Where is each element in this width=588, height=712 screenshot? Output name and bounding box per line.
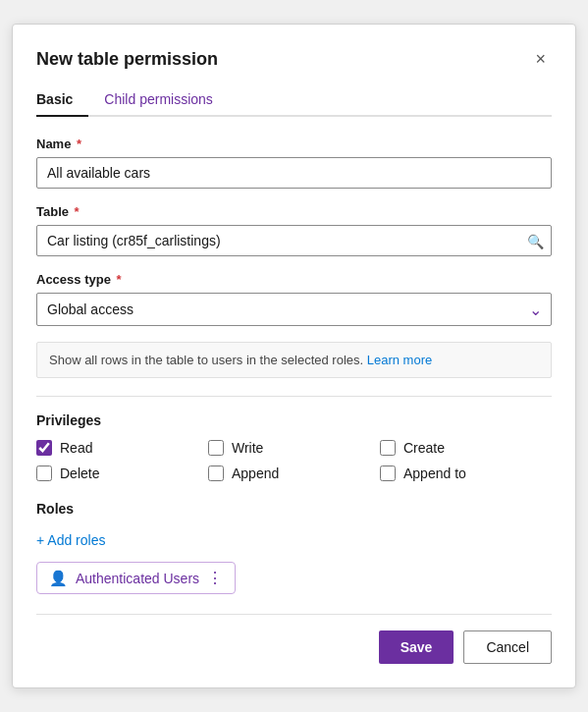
table-label: Table * xyxy=(36,204,552,219)
privileges-grid: Read Write Create Delete Append xyxy=(36,440,552,481)
roles-section: Roles + Add roles 👤 Authenticated Users … xyxy=(36,501,552,594)
privilege-create-checkbox[interactable] xyxy=(380,440,396,456)
privileges-title: Privileges xyxy=(36,412,552,428)
learn-more-link[interactable]: Learn more xyxy=(367,353,432,367)
tab-child-permissions[interactable]: Child permissions xyxy=(104,85,228,115)
modal-container: New table permission × Basic Child permi… xyxy=(12,24,576,688)
privilege-append-label: Append xyxy=(232,466,279,481)
save-button[interactable]: Save xyxy=(379,630,454,664)
divider-1 xyxy=(36,396,552,397)
name-input[interactable] xyxy=(36,157,552,189)
tabs-container: Basic Child permissions xyxy=(36,85,552,117)
name-label: Name * xyxy=(36,137,552,151)
person-icon: 👤 xyxy=(49,570,68,587)
privilege-delete-label: Delete xyxy=(60,466,99,481)
name-field-group: Name * xyxy=(36,137,552,189)
privilege-append[interactable]: Append xyxy=(208,466,380,481)
table-search-icon-button[interactable]: 🔍 xyxy=(527,233,544,249)
privilege-append-checkbox[interactable] xyxy=(208,466,224,481)
privilege-append-to[interactable]: Append to xyxy=(380,466,552,481)
privilege-create[interactable]: Create xyxy=(380,440,552,456)
privilege-write-checkbox[interactable] xyxy=(208,440,224,456)
privilege-read-label: Read xyxy=(60,440,92,456)
privilege-write-label: Write xyxy=(232,440,263,456)
role-tag-authenticated: 👤 Authenticated Users ⋮ xyxy=(36,562,236,594)
search-icon: 🔍 xyxy=(527,234,544,249)
privilege-read[interactable]: Read xyxy=(36,440,208,456)
role-tag-label: Authenticated Users xyxy=(76,571,199,586)
access-type-select-wrap: Global access Local access Deep access B… xyxy=(36,293,552,326)
modal-footer: Save Cancel xyxy=(36,614,552,664)
close-button[interactable]: × xyxy=(529,48,552,70)
cancel-button[interactable]: Cancel xyxy=(463,630,552,664)
access-type-field-group: Access type * Global access Local access… xyxy=(36,272,552,326)
table-search-wrap: 🔍 xyxy=(36,225,552,256)
privilege-read-checkbox[interactable] xyxy=(36,440,52,456)
modal-header: New table permission × xyxy=(36,48,552,70)
table-required-star: * xyxy=(71,204,80,219)
add-roles-button[interactable]: + Add roles xyxy=(36,528,105,552)
privileges-section: Privileges Read Write Create Delete xyxy=(36,412,552,481)
access-type-required-star: * xyxy=(113,272,122,287)
tab-basic[interactable]: Basic xyxy=(36,85,88,115)
modal-overlay: New table permission × Basic Child permi… xyxy=(0,0,588,712)
privilege-create-label: Create xyxy=(403,440,445,456)
table-input[interactable] xyxy=(36,225,552,256)
roles-title: Roles xyxy=(36,501,552,517)
privilege-append-to-checkbox[interactable] xyxy=(380,466,396,481)
table-field-group: Table * 🔍 xyxy=(36,204,552,256)
access-type-label: Access type * xyxy=(36,272,552,287)
privilege-append-to-label: Append to xyxy=(403,466,466,481)
role-tag-menu-icon[interactable]: ⋮ xyxy=(207,569,223,587)
modal-title: New table permission xyxy=(36,49,218,70)
privilege-delete[interactable]: Delete xyxy=(36,466,208,481)
access-type-select[interactable]: Global access Local access Deep access B… xyxy=(36,293,552,326)
privilege-write[interactable]: Write xyxy=(208,440,380,456)
privilege-delete-checkbox[interactable] xyxy=(36,466,52,481)
name-required-star: * xyxy=(73,137,81,151)
info-box: Show all rows in the table to users in t… xyxy=(36,342,552,378)
